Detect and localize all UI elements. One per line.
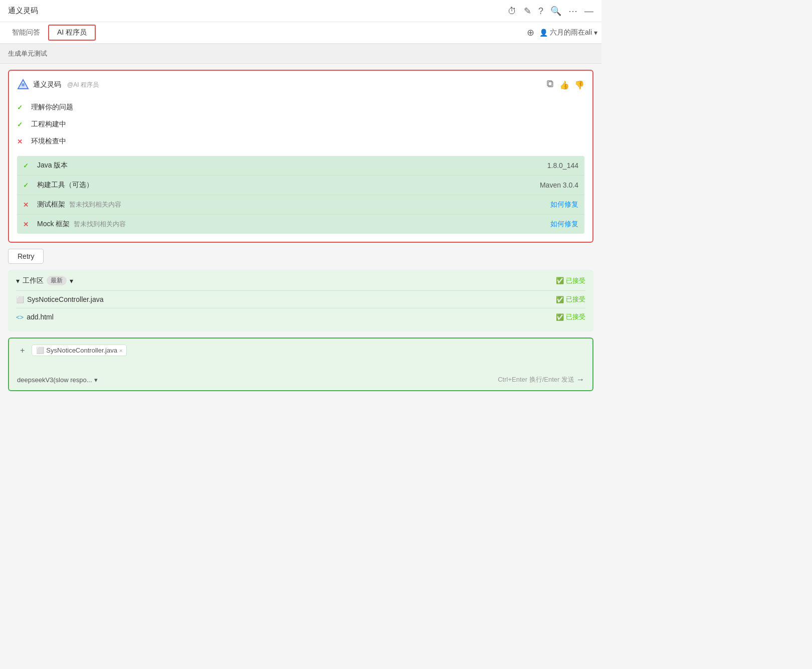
workspace-header: ▾ 工作区 最新 ▾ ✅ 已接受 (16, 276, 585, 285)
copy-button[interactable] (546, 80, 554, 90)
java-file-icon: ⬜ (16, 296, 24, 303)
top-toolbar: 通义灵码 ⏱ ✎ ? 🔍 ⋯ — (0, 0, 601, 22)
build-tool-label: 构建工具（可选） (37, 181, 540, 190)
file-html-status: ✅ 已接受 (556, 312, 585, 321)
workspace-label: 工作区 (23, 276, 44, 285)
workspace-dropdown-icon[interactable]: ▾ (70, 277, 73, 285)
minimize-icon[interactable]: — (584, 7, 593, 16)
app-title: 通义灵码 (8, 6, 38, 16)
main-content: 通义灵码 @AI 程序员 👍 👎 ✓ 理解你的问题 ✓ 工程构建中 (0, 64, 601, 397)
mock-framework-sub: 暂未找到相关内容 (74, 220, 126, 229)
model-dropdown-icon: ▾ (94, 376, 98, 384)
message-sender: 通义灵码 @AI 程序员 (17, 79, 99, 91)
workspace-badge: 最新 (47, 276, 67, 285)
retry-button[interactable]: Retry (8, 249, 44, 264)
input-tab-close-button[interactable]: × (119, 348, 122, 354)
file-java-status-ok-icon: ✅ (556, 296, 564, 303)
workspace-overall-status: ✅ 已接受 (556, 276, 585, 285)
status-ok-icon: ✓ (17, 104, 27, 111)
html-file-icon: <> (16, 313, 24, 321)
workspace-card: ▾ 工作区 最新 ▾ ✅ 已接受 ⬜ SysNoticeController.j… (8, 270, 593, 331)
input-tab-java-icon: ⬜ (36, 347, 44, 354)
file-java-status: ✅ 已接受 (556, 295, 585, 304)
send-arrow-icon[interactable]: → (576, 375, 584, 384)
status-ok-icon: ✓ (17, 121, 27, 128)
workspace-status-label: 已接受 (566, 276, 585, 285)
info-row-build-tool: ✓ 构建工具（可选） Maven 3.0.4 (17, 176, 584, 195)
model-selector[interactable]: deepseekV3(slow respo... ▾ (17, 376, 98, 384)
history-icon[interactable]: ⏱ (508, 7, 517, 16)
user-info[interactable]: 👤 六月的雨在ali ▾ (539, 28, 597, 37)
info-row-test-framework: ✕ 测试框架 暂未找到相关内容 如何修复 (17, 195, 584, 215)
status-item-build: ✓ 工程构建中 (17, 116, 584, 133)
tab-qa[interactable]: 智能问答 (4, 23, 48, 44)
workspace-file-row-html: <> add.html ✅ 已接受 (16, 308, 585, 325)
help-icon[interactable]: ? (538, 7, 543, 16)
toolbar-icons: ⏱ ✎ ? 🔍 ⋯ — (508, 7, 593, 16)
sender-tag: @AI 程序员 (67, 81, 99, 89)
mock-framework-fix-link[interactable]: 如何修复 (550, 220, 578, 229)
file-html-status-ok-icon: ✅ (556, 313, 564, 321)
file-html-left: <> add.html (16, 313, 54, 321)
workspace-status-ok-icon: ✅ (556, 277, 564, 284)
input-tab-java-name: SysNoticeController.java (46, 347, 117, 354)
info-row-mock-framework: ✕ Mock 框架 暂未找到相关内容 如何修复 (17, 215, 584, 234)
chevron-down-icon[interactable]: ▾ (16, 277, 20, 285)
user-name: 六月的雨在ali (550, 28, 592, 37)
build-tool-value: Maven 3.0.4 (540, 181, 578, 189)
test-framework-err-icon: ✕ (23, 201, 33, 209)
info-box: ✓ Java 版本 1.8.0_144 ✓ 构建工具（可选） Maven 3.0… (17, 156, 584, 234)
more-icon[interactable]: ⋯ (568, 7, 577, 16)
java-label: Java 版本 (37, 161, 547, 170)
java-status-ok-icon: ✓ (23, 162, 33, 170)
workspace-title: ▾ 工作区 最新 ▾ (16, 276, 73, 285)
message-actions: 👍 👎 (546, 80, 584, 90)
tab-ai-programmer[interactable]: AI 程序员 (48, 25, 96, 41)
input-tabs: + ⬜ SysNoticeController.java × (17, 345, 584, 356)
build-status-ok-icon: ✓ (23, 182, 33, 189)
test-framework-label: 测试框架 暂未找到相关内容 (37, 200, 550, 209)
dislike-button[interactable]: 👎 (574, 80, 584, 90)
file-java-left: ⬜ SysNoticeController.java (16, 295, 104, 303)
status-item-env-check: ✕ 环境检查中 (17, 133, 584, 150)
model-label: deepseekV3(slow respo... (17, 376, 92, 384)
input-tab-java-file[interactable]: ⬜ SysNoticeController.java × (32, 345, 127, 356)
mock-framework-err-icon: ✕ (23, 221, 33, 228)
file-java-status-label: 已接受 (566, 295, 585, 304)
tabs-row: 智能问答 AI 程序员 ⊕ 👤 六月的雨在ali ▾ (0, 22, 601, 44)
tongyi-logo-icon (17, 79, 29, 91)
input-area: + ⬜ SysNoticeController.java × deepseekV… (8, 338, 593, 391)
svg-point-2 (22, 83, 25, 86)
status-list: ✓ 理解你的问题 ✓ 工程构建中 ✕ 环境检查中 (17, 99, 584, 150)
message-header: 通义灵码 @AI 程序员 👍 👎 (17, 79, 584, 91)
java-value: 1.8.0_144 (547, 161, 578, 170)
mock-framework-label: Mock 框架 暂未找到相关内容 (37, 220, 550, 229)
status-text: 理解你的问题 (31, 103, 73, 112)
user-avatar-icon: 👤 (539, 29, 548, 37)
add-tab-button[interactable]: + (17, 345, 28, 356)
send-hint-text: Ctrl+Enter 换行/Enter 发送 (498, 375, 574, 384)
message-card: 通义灵码 @AI 程序员 👍 👎 ✓ 理解你的问题 ✓ 工程构建中 (8, 70, 593, 243)
test-framework-sub: 暂未找到相关内容 (69, 200, 121, 209)
status-text: 环境检查中 (31, 137, 66, 146)
status-item-understand: ✓ 理解你的问题 (17, 99, 584, 116)
tabs-right: ⊕ 👤 六月的雨在ali ▾ (527, 28, 597, 37)
add-session-icon[interactable]: ⊕ (527, 28, 534, 37)
tabs-left: 智能问答 AI 程序员 (4, 22, 96, 43)
search-icon[interactable]: 🔍 (550, 7, 561, 16)
input-bottom: deepseekV3(slow respo... ▾ Ctrl+Enter 换行… (17, 375, 584, 384)
status-text: 工程构建中 (31, 120, 66, 129)
edit-icon[interactable]: ✎ (524, 7, 531, 16)
status-err-icon: ✕ (17, 138, 27, 145)
section-header: 生成单元测试 (0, 44, 601, 64)
sender-name: 通义灵码 (33, 80, 61, 89)
user-dropdown-icon: ▾ (594, 29, 597, 37)
file-html-status-label: 已接受 (566, 312, 585, 321)
file-html-name[interactable]: add.html (27, 313, 54, 321)
send-hint: Ctrl+Enter 换行/Enter 发送 → (498, 375, 584, 384)
info-row-java: ✓ Java 版本 1.8.0_144 (17, 156, 584, 176)
workspace-file-row-java: ⬜ SysNoticeController.java ✅ 已接受 (16, 290, 585, 308)
file-java-name[interactable]: SysNoticeController.java (27, 295, 104, 303)
like-button[interactable]: 👍 (559, 80, 569, 90)
test-framework-fix-link[interactable]: 如何修复 (550, 200, 578, 209)
